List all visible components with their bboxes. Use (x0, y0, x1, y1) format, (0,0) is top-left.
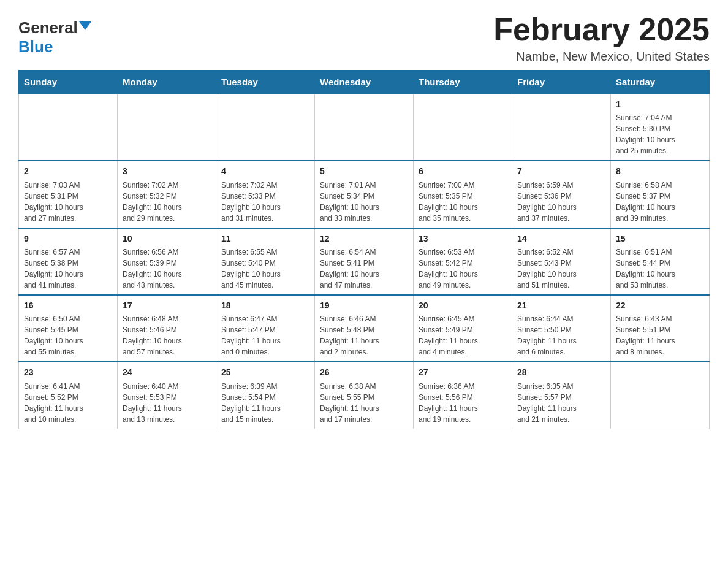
day-number: 11 (221, 232, 309, 245)
table-row: 19Sunrise: 6:46 AM Sunset: 5:48 PM Dayli… (315, 295, 414, 362)
table-row: 13Sunrise: 6:53 AM Sunset: 5:42 PM Dayli… (414, 228, 512, 295)
col-saturday: Saturday (611, 71, 710, 94)
day-number: 25 (221, 366, 309, 378)
day-info: Sunrise: 7:00 AM Sunset: 5:35 PM Dayligh… (419, 180, 507, 224)
table-row: 1Sunrise: 7:04 AM Sunset: 5:30 PM Daylig… (611, 94, 710, 161)
col-wednesday: Wednesday (315, 71, 414, 94)
day-number: 8 (616, 165, 704, 177)
table-row: 16Sunrise: 6:50 AM Sunset: 5:45 PM Dayli… (19, 295, 118, 362)
day-number: 27 (419, 366, 507, 378)
day-info: Sunrise: 6:47 AM Sunset: 5:47 PM Dayligh… (221, 313, 309, 358)
day-number: 18 (221, 299, 309, 312)
month-title: February 2025 (493, 12, 710, 47)
day-number: 20 (419, 299, 507, 312)
calendar-table: Sunday Monday Tuesday Wednesday Thursday… (18, 70, 710, 429)
day-info: Sunrise: 7:03 AM Sunset: 5:31 PM Dayligh… (24, 180, 112, 224)
table-row (611, 362, 710, 429)
day-info: Sunrise: 7:02 AM Sunset: 5:32 PM Dayligh… (123, 180, 211, 224)
day-info: Sunrise: 7:02 AM Sunset: 5:33 PM Dayligh… (221, 180, 309, 224)
col-sunday: Sunday (19, 71, 118, 94)
day-number: 28 (517, 366, 605, 378)
table-row: 26Sunrise: 6:38 AM Sunset: 5:55 PM Dayli… (315, 362, 414, 429)
day-number: 5 (320, 165, 408, 177)
table-row: 28Sunrise: 6:35 AM Sunset: 5:57 PM Dayli… (512, 362, 611, 429)
logo-triangle-icon (79, 21, 91, 30)
table-row: 4Sunrise: 7:02 AM Sunset: 5:33 PM Daylig… (216, 161, 315, 228)
calendar-week-row: 16Sunrise: 6:50 AM Sunset: 5:45 PM Dayli… (19, 295, 710, 362)
day-info: Sunrise: 6:40 AM Sunset: 5:53 PM Dayligh… (123, 381, 211, 425)
day-info: Sunrise: 6:56 AM Sunset: 5:39 PM Dayligh… (123, 247, 211, 291)
day-info: Sunrise: 6:36 AM Sunset: 5:56 PM Dayligh… (419, 381, 507, 425)
calendar-week-row: 1Sunrise: 7:04 AM Sunset: 5:30 PM Daylig… (19, 94, 710, 161)
logo-general: General (18, 18, 78, 37)
day-info: Sunrise: 6:46 AM Sunset: 5:48 PM Dayligh… (320, 313, 408, 358)
table-row: 7Sunrise: 6:59 AM Sunset: 5:36 PM Daylig… (512, 161, 611, 228)
table-row: 6Sunrise: 7:00 AM Sunset: 5:35 PM Daylig… (414, 161, 512, 228)
table-row: 23Sunrise: 6:41 AM Sunset: 5:52 PM Dayli… (19, 362, 118, 429)
day-number: 24 (123, 366, 211, 378)
day-info: Sunrise: 6:53 AM Sunset: 5:42 PM Dayligh… (419, 247, 507, 291)
col-thursday: Thursday (414, 71, 512, 94)
day-number: 7 (517, 165, 605, 177)
logo: General Blue (18, 18, 91, 56)
day-number: 10 (123, 232, 211, 245)
table-row (118, 94, 216, 161)
day-number: 9 (24, 232, 112, 245)
day-info: Sunrise: 6:43 AM Sunset: 5:51 PM Dayligh… (616, 313, 704, 358)
table-row (19, 94, 118, 161)
table-row: 12Sunrise: 6:54 AM Sunset: 5:41 PM Dayli… (315, 228, 414, 295)
day-info: Sunrise: 6:58 AM Sunset: 5:37 PM Dayligh… (616, 180, 704, 224)
day-number: 22 (616, 299, 704, 312)
table-row: 11Sunrise: 6:55 AM Sunset: 5:40 PM Dayli… (216, 228, 315, 295)
table-row (315, 94, 414, 161)
day-number: 6 (419, 165, 507, 177)
day-info: Sunrise: 6:44 AM Sunset: 5:50 PM Dayligh… (517, 313, 605, 358)
table-row: 27Sunrise: 6:36 AM Sunset: 5:56 PM Dayli… (414, 362, 512, 429)
table-row (216, 94, 315, 161)
table-row: 22Sunrise: 6:43 AM Sunset: 5:51 PM Dayli… (611, 295, 710, 362)
logo-blue: Blue (18, 37, 53, 56)
day-info: Sunrise: 6:48 AM Sunset: 5:46 PM Dayligh… (123, 313, 211, 358)
table-row: 25Sunrise: 6:39 AM Sunset: 5:54 PM Dayli… (216, 362, 315, 429)
table-row (414, 94, 512, 161)
day-info: Sunrise: 6:41 AM Sunset: 5:52 PM Dayligh… (24, 381, 112, 425)
table-row: 9Sunrise: 6:57 AM Sunset: 5:38 PM Daylig… (19, 228, 118, 295)
day-number: 12 (320, 232, 408, 245)
table-row: 2Sunrise: 7:03 AM Sunset: 5:31 PM Daylig… (19, 161, 118, 228)
day-number: 16 (24, 299, 112, 312)
day-info: Sunrise: 6:38 AM Sunset: 5:55 PM Dayligh… (320, 381, 408, 425)
table-row (512, 94, 611, 161)
calendar-header-row: Sunday Monday Tuesday Wednesday Thursday… (19, 71, 710, 94)
day-number: 21 (517, 299, 605, 312)
day-info: Sunrise: 6:50 AM Sunset: 5:45 PM Dayligh… (24, 313, 112, 358)
day-info: Sunrise: 7:01 AM Sunset: 5:34 PM Dayligh… (320, 180, 408, 224)
col-monday: Monday (118, 71, 216, 94)
day-number: 19 (320, 299, 408, 312)
table-row: 17Sunrise: 6:48 AM Sunset: 5:46 PM Dayli… (118, 295, 216, 362)
day-number: 23 (24, 366, 112, 378)
day-number: 13 (419, 232, 507, 245)
day-number: 2 (24, 165, 112, 177)
day-number: 3 (123, 165, 211, 177)
day-info: Sunrise: 7:04 AM Sunset: 5:30 PM Dayligh… (616, 112, 704, 156)
day-info: Sunrise: 6:35 AM Sunset: 5:57 PM Dayligh… (517, 381, 605, 425)
day-number: 17 (123, 299, 211, 312)
day-info: Sunrise: 6:52 AM Sunset: 5:43 PM Dayligh… (517, 247, 605, 291)
calendar-week-row: 23Sunrise: 6:41 AM Sunset: 5:52 PM Dayli… (19, 362, 710, 429)
calendar-week-row: 9Sunrise: 6:57 AM Sunset: 5:38 PM Daylig… (19, 228, 710, 295)
day-info: Sunrise: 6:59 AM Sunset: 5:36 PM Dayligh… (517, 180, 605, 224)
day-number: 14 (517, 232, 605, 245)
table-row: 20Sunrise: 6:45 AM Sunset: 5:49 PM Dayli… (414, 295, 512, 362)
day-info: Sunrise: 6:45 AM Sunset: 5:49 PM Dayligh… (419, 313, 507, 358)
col-friday: Friday (512, 71, 611, 94)
day-info: Sunrise: 6:57 AM Sunset: 5:38 PM Dayligh… (24, 247, 112, 291)
page-header: General Blue February 2025 Nambe, New Me… (18, 12, 710, 64)
day-number: 26 (320, 366, 408, 378)
table-row: 10Sunrise: 6:56 AM Sunset: 5:39 PM Dayli… (118, 228, 216, 295)
table-row: 5Sunrise: 7:01 AM Sunset: 5:34 PM Daylig… (315, 161, 414, 228)
day-number: 4 (221, 165, 309, 177)
table-row: 14Sunrise: 6:52 AM Sunset: 5:43 PM Dayli… (512, 228, 611, 295)
calendar-week-row: 2Sunrise: 7:03 AM Sunset: 5:31 PM Daylig… (19, 161, 710, 228)
title-area: February 2025 Nambe, New Mexico, United … (493, 12, 710, 64)
day-info: Sunrise: 6:39 AM Sunset: 5:54 PM Dayligh… (221, 381, 309, 425)
